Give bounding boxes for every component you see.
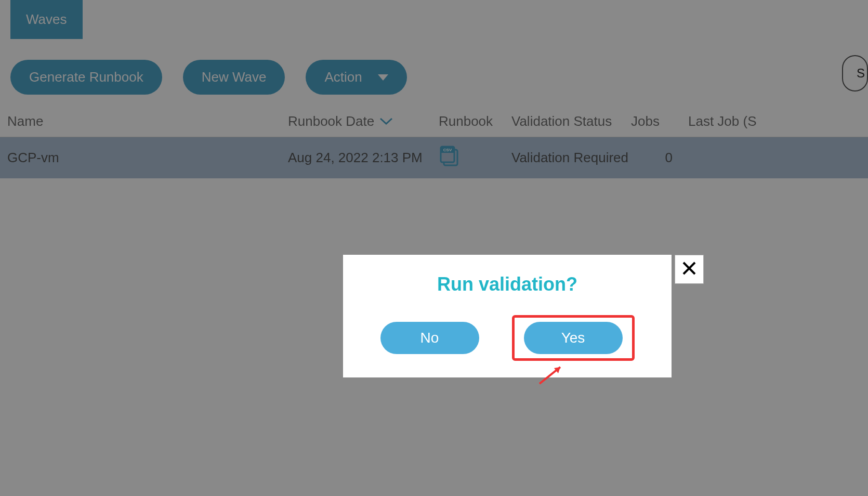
dialog-title: Run validation? — [364, 273, 651, 295]
dialog-actions: No Yes — [364, 315, 651, 361]
run-validation-dialog: Run validation? No Yes — [343, 255, 672, 377]
yes-button[interactable]: Yes — [524, 322, 623, 354]
dialog-close-button[interactable] — [675, 255, 704, 284]
modal-overlay — [0, 0, 868, 496]
yes-button-highlight: Yes — [512, 315, 635, 361]
no-button[interactable]: No — [380, 322, 479, 354]
annotation-arrow-icon — [535, 363, 567, 389]
page-root: Waves Generate Runbook New Wave Action S… — [0, 0, 868, 496]
close-icon — [681, 260, 697, 278]
